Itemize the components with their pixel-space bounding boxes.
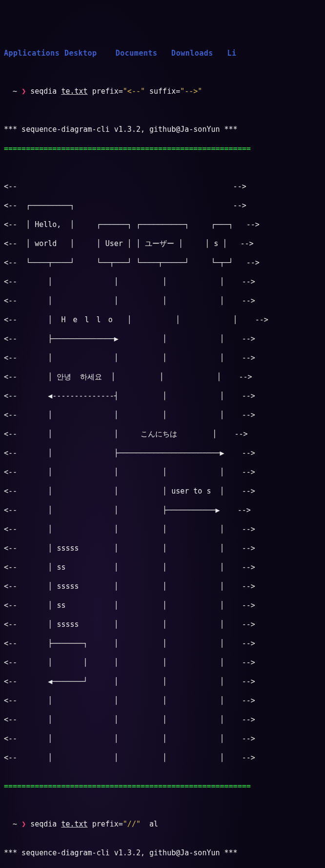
d1-row: <-- │ ├───────────────────────▶ --> <box>4 449 321 458</box>
msg-sssss: sssss <box>57 582 79 591</box>
d1-row: <-- │ sssss │ │ │ --> <box>4 620 321 630</box>
cmd-bin: seqdia <box>30 820 57 828</box>
cmd-bin: seqdia <box>30 87 57 96</box>
msg-annyeong: 안녕 하세요 <box>57 372 102 381</box>
cmd-arg-suffix: suffix= <box>149 87 180 96</box>
msg-konnichiwa: こんにちは <box>141 430 177 438</box>
d1-row: <-- ◀--------------┤ │ │ --> <box>4 392 321 401</box>
d1-row: <-- │ │ │ │ --> <box>4 353 321 363</box>
d1-row: <-- ├───────┐ │ │ │ --> <box>4 639 321 649</box>
d1-row: <-- --> <box>4 182 321 192</box>
d1-row: <-- │ │ こんにちは │ --> <box>4 430 321 439</box>
d1-row: <-- │ │ ├───────────▶ --> <box>4 506 321 516</box>
prompt-path: ~ <box>13 87 17 96</box>
menubar: Applications Desktop Documents Downloads… <box>4 49 321 59</box>
arrow-right-icon: ───────────────────────▶ <box>119 449 224 457</box>
msg-sssss: sssss <box>57 544 79 553</box>
d1-row: <-- │ │ │ │ --> <box>4 296 321 306</box>
cmd-arg-prefix: prefix= <box>92 820 123 828</box>
prompt-line-1[interactable]: ~ ❯ seqdia te.txt prefix="<--" suffix="-… <box>4 87 321 97</box>
msg-sssss: sssss <box>57 620 79 629</box>
d1-row: <-- │ ss │ │ │ --> <box>4 601 321 611</box>
d1-row: <-- │ │ │ user to s │ --> <box>4 487 321 496</box>
banner-line: *** sequence-diagram-cli v1.3.2, github@… <box>4 125 321 135</box>
cmd-arg-suffix-val: "-->" <box>180 87 202 96</box>
msg-ss: ss <box>57 601 65 610</box>
cmd-arg-prefix-val: "//" <box>123 820 141 828</box>
separator: ========================================… <box>4 782 321 791</box>
d1-row: <-- │ │ │ │ --> <box>4 468 321 477</box>
d1-row: <-- └────┬────┘ └──┬───┘ └────┬─────┘ └─… <box>4 258 321 268</box>
d1-row: <-- ┌─────────┐ --> <box>4 201 321 211</box>
msg-hello: H e l l o <box>61 315 114 324</box>
cmd-arg-prefix-val: "<--" <box>123 87 145 96</box>
d1-row: <-- │ │ │ │ --> <box>4 696 321 706</box>
self-arrow-icon: ├───────┐ <box>48 639 87 648</box>
cmd-file: te.txt <box>61 87 87 96</box>
cmd-file: te.txt <box>61 820 87 828</box>
d1-row: <-- │ │ │ │ --> <box>4 715 321 725</box>
banner-line: *** sequence-diagram-cli v1.3.2, github@… <box>4 848 321 858</box>
d1-row: <-- │ │ │ │ --> <box>4 277 321 287</box>
prompt-arrow-icon: ❯ <box>21 820 26 828</box>
d1-row: <-- │ sssss │ │ │ --> <box>4 582 321 592</box>
d1-row: <-- │ │ │ │ │ --> <box>4 658 321 668</box>
prompt-arrow-icon: ❯ <box>21 87 26 96</box>
arrow-left-icon: ◀-------------- <box>48 392 114 400</box>
d1-row: <-- │ sssss │ │ │ --> <box>4 544 321 554</box>
separator: ========================================… <box>4 144 321 154</box>
msg-ss: ss <box>57 563 65 572</box>
msg-user-to-s: user to s <box>171 487 211 496</box>
d1-row: <-- │ H e l l o │ │ │ --> <box>4 315 321 325</box>
d1-row: <-- │ 안녕 하세요 │ │ │ --> <box>4 372 321 382</box>
arrow-right-icon: ───────────▶ <box>167 506 220 515</box>
d1-row: <-- │ │ │ │ --> <box>4 734 321 744</box>
prompt-line-2[interactable]: ~ ❯ seqdia te.txt prefix="//" al <box>4 820 321 829</box>
d1-row: <-- ◀───────┘ │ │ │ --> <box>4 677 321 687</box>
cmd-tail: al <box>149 820 158 828</box>
d1-row: <-- │ Hello, │ ┌──────┐ ┌──────────┐ ┌──… <box>4 220 321 230</box>
d1-row: <-- ├──────────────▶ │ │ --> <box>4 334 321 344</box>
d1-row: <-- │ │ │ │ --> <box>4 411 321 420</box>
cmd-arg-prefix: prefix= <box>92 87 123 96</box>
d1-row: <-- │ world │ │ User │ │ ユーザー │ │ s │ --… <box>4 239 321 249</box>
self-arrow-icon: ◀───────┘ <box>48 677 87 686</box>
d1-row: <-- │ ss │ │ │ --> <box>4 563 321 573</box>
prompt-path: ~ <box>13 820 17 828</box>
arrow-right-icon: ──────────────▶ <box>52 334 118 343</box>
d1-row: <-- │ │ │ │ --> <box>4 525 321 535</box>
d1-row: <-- │ │ │ │ --> <box>4 753 321 763</box>
